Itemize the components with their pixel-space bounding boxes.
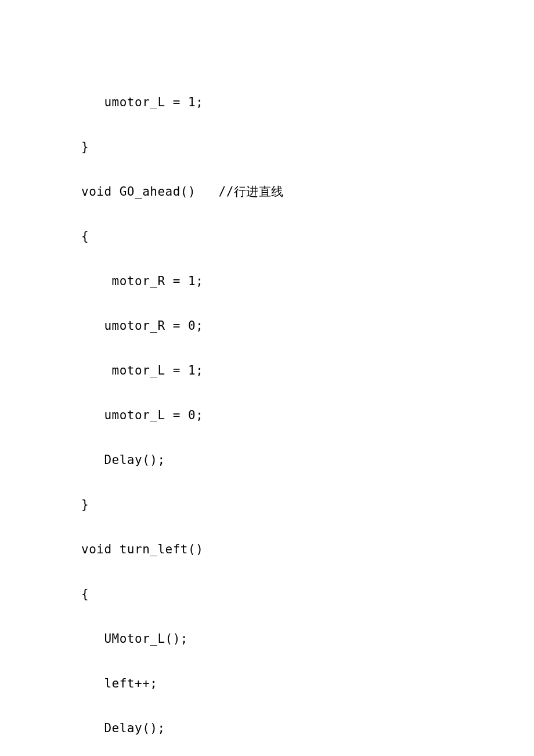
code-line: } [81, 494, 534, 516]
code-document: umotor_L = 1; } void GO_ahead() //行进直线 {… [0, 0, 534, 756]
code-line: left++; [81, 672, 534, 695]
code-line: void GO_ahead() //行进直线 [81, 181, 534, 203]
code-line: motor_R = 1; [81, 270, 534, 293]
code-line: Delay(); [81, 449, 534, 471]
code-line: Delay(); [81, 717, 534, 740]
code-line: void turn_left() [81, 538, 534, 561]
code-line: UMotor_L(); [81, 628, 534, 650]
code-line: { [81, 583, 534, 606]
code-line: { [81, 225, 534, 248]
code-line: umotor_L = 1; [81, 91, 534, 114]
code-line: umotor_R = 0; [81, 315, 534, 337]
code-line: } [81, 136, 534, 159]
code-line: umotor_L = 0; [81, 404, 534, 427]
code-line: motor_L = 1; [81, 359, 534, 382]
